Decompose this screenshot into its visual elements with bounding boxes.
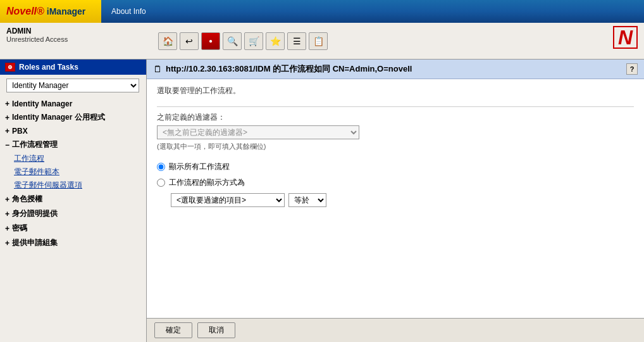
toolbar: 🏠 ↩ ● 🔍 🛒 ⭐ ☰ 📋 — [158, 32, 328, 50]
divider-1 — [157, 106, 634, 107]
sidebar-label-6: 身分證明提供 — [12, 208, 58, 219]
roles-icon: ⊕ — [5, 63, 15, 72]
sidebar-item-pbx[interactable]: + PBX — [0, 125, 146, 137]
content-header: 🗒 http://10.2.30.163:8081/IDM 的工作流程如同 CN… — [147, 60, 644, 79]
confirm-button[interactable]: 確定 — [154, 322, 192, 338]
sidebar-label-1: Identity Manager — [12, 99, 72, 108]
admin-name: ADMIN — [6, 27, 68, 35]
radio-group: 顯示所有工作流程 工作流程的顯示方式為 <選取要過濾的項目> 等於 — [157, 162, 634, 207]
novell-n-logo: N — [613, 26, 638, 49]
radio-label-1: 顯示所有工作流程 — [169, 162, 230, 172]
radio-filter-workflow[interactable] — [157, 179, 165, 187]
expand-icon-3: + — [5, 127, 9, 136]
radio-label-2: 工作流程的顯示方式為 — [169, 177, 245, 188]
expand-icon-8: + — [5, 239, 9, 248]
sidebar-label-8: 提供申請組集 — [12, 238, 58, 248]
filter-field-select[interactable]: <選取要過濾的項目> — [171, 193, 285, 207]
sidebar-sub-email-server[interactable]: 電子郵件伺服器選項 — [0, 179, 146, 192]
toolbar-list-btn[interactable]: ☰ — [287, 32, 306, 50]
cancel-button[interactable]: 取消 — [197, 322, 235, 338]
sidebar-item-provision-set[interactable]: + 提供申請組集 — [0, 236, 146, 250]
filter-label: 之前定義的過濾器： — [157, 112, 634, 123]
filter-operator-select[interactable]: 等於 — [288, 193, 326, 207]
toolbar-search-btn[interactable]: 🔍 — [223, 32, 242, 50]
admin-bar: ADMIN Unrestricted Access 🏠 ↩ ● 🔍 🛒 ⭐ ☰ … — [0, 23, 644, 60]
app-logo: Novell® iManager — [0, 0, 101, 23]
sidebar-item-roles[interactable]: + 角色授權 — [0, 192, 146, 206]
sidebar-section: + Identity Manager + Identity Manager 公用… — [0, 96, 146, 251]
sidebar-sub-workflow[interactable]: 工作流程 — [0, 152, 146, 165]
expand-icon-4: − — [5, 141, 9, 149]
filter-container: <無之前已定義的過濾器> — [157, 125, 634, 139]
content-area: 🗒 http://10.2.30.163:8081/IDM 的工作流程如同 CN… — [147, 60, 644, 342]
page-title: http://10.2.30.163:8081/IDM 的工作流程如同 CN=A… — [166, 63, 412, 75]
toolbar-active-btn[interactable]: ● — [201, 32, 220, 50]
novell-brand: Novell® — [6, 6, 44, 17]
sidebar: ⊕ Roles and Tasks Identity Manager + Ide… — [0, 60, 147, 342]
admin-info: ADMIN Unrestricted Access — [6, 27, 68, 43]
expand-icon-6: + — [5, 210, 9, 218]
main-layout: ⊕ Roles and Tasks Identity Manager + Ide… — [0, 60, 644, 342]
sidebar-label-7: 密碼 — [12, 223, 27, 234]
toolbar-cart-btn[interactable]: 🛒 — [244, 32, 263, 50]
sidebar-sub-email-template[interactable]: 電子郵件範本 — [0, 165, 146, 179]
dropdown-row: <選取要過濾的項目> 等於 — [171, 193, 634, 207]
content-body: 選取要管理的工作流程。 之前定義的過濾器： <無之前已定義的過濾器> (選取其中… — [147, 79, 644, 221]
sidebar-item-identity-proof[interactable]: + 身分證明提供 — [0, 206, 146, 221]
toolbar-back-btn[interactable]: ↩ — [180, 32, 199, 50]
sidebar-label-5: 角色授權 — [12, 194, 42, 205]
sidebar-item-identity-manager-util[interactable]: + Identity Manager 公用程式 — [0, 110, 146, 125]
help-button[interactable]: ? — [626, 63, 638, 75]
toolbar-clipboard-btn[interactable]: 📋 — [309, 32, 328, 50]
expand-icon-7: + — [5, 224, 9, 233]
description-text: 選取要管理的工作流程。 — [157, 86, 634, 96]
roles-tasks-label: Roles and Tasks — [19, 63, 78, 72]
filter-hint: (選取其中一項，即可填入其餘欄位) — [157, 142, 634, 151]
imanager-brand: iManager — [47, 6, 85, 16]
category-select[interactable]: Identity Manager — [6, 79, 139, 92]
sidebar-label-4: 工作流程管理 — [12, 139, 58, 150]
sidebar-item-password[interactable]: + 密碼 — [0, 221, 146, 236]
content-footer: 確定 取消 — [147, 318, 644, 342]
filter-select[interactable]: <無之前已定義的過濾器> — [157, 125, 359, 139]
sidebar-header: ⊕ Roles and Tasks — [0, 60, 146, 75]
radio-all-workflows[interactable] — [157, 163, 165, 171]
radio-row-1: 顯示所有工作流程 — [157, 162, 634, 172]
admin-access: Unrestricted Access — [6, 35, 68, 43]
expand-icon-2: + — [5, 113, 9, 122]
expand-icon-1: + — [5, 99, 9, 108]
sidebar-item-workflow-mgmt[interactable]: − 工作流程管理 — [0, 137, 146, 152]
toolbar-home-btn[interactable]: 🏠 — [158, 32, 177, 50]
radio-row-2: 工作流程的顯示方式為 — [157, 177, 634, 188]
page-icon: 🗒 — [153, 64, 162, 74]
about-link[interactable]: About Info — [101, 7, 156, 16]
toolbar-star-btn[interactable]: ⭐ — [266, 32, 285, 50]
sidebar-label-2: Identity Manager 公用程式 — [12, 112, 105, 123]
expand-icon-5: + — [5, 195, 9, 204]
sidebar-item-identity-manager[interactable]: + Identity Manager — [0, 98, 146, 110]
topbar: Novell® iManager About Info — [0, 0, 644, 23]
sidebar-label-3: PBX — [12, 127, 28, 136]
